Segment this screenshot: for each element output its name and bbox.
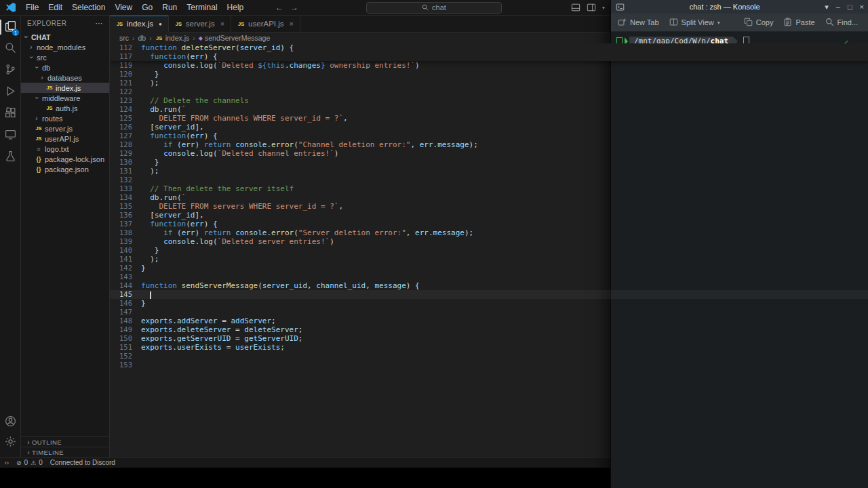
line-number[interactable]: 148 <box>110 317 132 325</box>
panel-outline[interactable]: ›OUTLINE <box>21 436 109 447</box>
code-line-121[interactable]: 121 ); <box>110 79 868 87</box>
konsole-copy-button[interactable]: Copy <box>744 18 774 28</box>
maximize-button[interactable]: □ <box>848 0 852 14</box>
code-line-122[interactable]: 122 <box>110 87 868 96</box>
code-line-126[interactable]: 126 [server_id], <box>110 123 868 131</box>
command-center-search[interactable]: chat <box>366 2 502 14</box>
code-line-144[interactable]: 144function sendServerMessage(server_uid… <box>110 281 868 290</box>
explorer-more-actions-icon[interactable]: ⋯ <box>96 19 104 28</box>
tree-item-logo-txt[interactable]: ≡logo.txt <box>21 144 109 154</box>
minimize-button[interactable]: – <box>836 0 840 14</box>
line-number[interactable]: 144 <box>110 281 132 290</box>
code-line-130[interactable]: 130 } <box>110 158 868 167</box>
line-number[interactable]: 145 <box>110 290 132 299</box>
code-line-131[interactable]: 131 ); <box>110 167 868 176</box>
tree-root[interactable]: ›CHAT <box>21 32 109 42</box>
code-line-152[interactable]: 152 <box>110 352 868 361</box>
activity-source-control[interactable] <box>0 60 20 81</box>
line-number[interactable]: 125 <box>110 114 132 123</box>
line-number[interactable]: 142 <box>110 264 132 272</box>
toggle-panel-icon[interactable] <box>571 3 580 12</box>
close-tab-icon[interactable]: × <box>290 20 294 28</box>
line-number[interactable]: 119 <box>110 61 132 70</box>
chevron-down-button[interactable]: ▾ <box>825 0 829 14</box>
tree-item-node-modules[interactable]: ›node_modules <box>21 42 109 52</box>
tree-item-index-js[interactable]: JSindex.js <box>21 83 109 93</box>
line-number[interactable]: 153 <box>110 361 132 369</box>
konsole-split-view-button[interactable]: Split View▾ <box>669 18 720 28</box>
tab-server-js[interactable]: JSserver.js× <box>169 16 231 32</box>
problems-indicator[interactable]: ⊘ 0 ⚠ 0 <box>16 459 43 466</box>
line-number[interactable]: 130 <box>110 158 132 167</box>
line-number[interactable]: 124 <box>110 105 132 114</box>
history-forward-icon[interactable]: → <box>290 3 298 12</box>
tree-item-userapi-js[interactable]: JSuserAPI.js <box>21 134 109 144</box>
breadcrumb-src[interactable]: src <box>119 34 129 42</box>
tree-item-package-json[interactable]: {}package.json <box>21 164 109 174</box>
tree-item-routes[interactable]: ›routes <box>21 113 109 123</box>
panel-timeline[interactable]: ›TIMELINE <box>21 447 109 457</box>
line-number[interactable]: 117 <box>110 52 132 61</box>
line-number[interactable]: 143 <box>110 272 132 281</box>
line-number[interactable]: 150 <box>110 334 132 343</box>
dropdown-chevron-icon[interactable]: ▾ <box>717 20 720 26</box>
code-line-135[interactable]: 135 DELETE FROM servers WHERE server_id … <box>110 202 868 211</box>
code-line-136[interactable]: 136 [server_id], <box>110 211 868 220</box>
line-number[interactable]: 133 <box>110 184 132 193</box>
tree-item-databases[interactable]: ›databases <box>21 73 109 83</box>
code-line-151[interactable]: 151exports.userExists = userExists; <box>110 343 868 352</box>
menu-terminal[interactable]: Terminal <box>182 0 222 15</box>
code-line-149[interactable]: 149exports.deleteServer = deleteServer; <box>110 325 868 334</box>
code-line-119[interactable]: 119 console.log(`Deleted ${this.changes}… <box>110 61 868 70</box>
code-line-112[interactable]: 112function deleteServer(server_id) { <box>110 43 868 52</box>
line-number[interactable]: 123 <box>110 96 132 105</box>
konsole-find-button[interactable]: Find... <box>825 18 859 28</box>
code-line-140[interactable]: 140 } <box>110 246 868 255</box>
line-number[interactable]: 121 <box>110 79 132 87</box>
code-line-120[interactable]: 120 } <box>110 70 868 79</box>
line-number[interactable]: 136 <box>110 211 132 220</box>
menu-help[interactable]: Help <box>222 0 249 15</box>
line-number[interactable]: 147 <box>110 308 132 317</box>
line-number[interactable]: 141 <box>110 255 132 264</box>
code-line-124[interactable]: 124 db.run(` <box>110 105 868 114</box>
breadcrumb-sendservermessage[interactable]: ◆sendServerMessage <box>199 34 270 42</box>
line-number[interactable]: 122 <box>110 87 132 96</box>
history-back-icon[interactable]: ← <box>275 3 283 12</box>
code-line-148[interactable]: 148exports.addServer = addServer; <box>110 317 868 325</box>
menu-view[interactable]: View <box>110 0 137 15</box>
menu-selection[interactable]: Selection <box>67 0 110 15</box>
tab-userapi-js[interactable]: JSuserAPI.js× <box>231 16 300 32</box>
line-number[interactable]: 140 <box>110 246 132 255</box>
line-number[interactable]: 126 <box>110 123 132 131</box>
line-number[interactable]: 135 <box>110 202 132 211</box>
code-line-134[interactable]: 134 db.run(` <box>110 193 868 202</box>
activity-explorer[interactable]: 1 <box>0 17 20 37</box>
code-line-125[interactable]: 125 DELETE FROM channels WHERE server_id… <box>110 114 868 123</box>
line-number[interactable]: 134 <box>110 193 132 202</box>
line-number[interactable]: 139 <box>110 237 132 246</box>
code-line-145[interactable]: 145 <box>110 290 868 299</box>
menu-go[interactable]: Go <box>137 0 157 15</box>
konsole-new-tab-button[interactable]: New Tab <box>618 18 659 28</box>
code-line-137[interactable]: 137 function(err) { <box>110 220 868 228</box>
menu-file[interactable]: File <box>21 0 43 15</box>
code-line-142[interactable]: 142} <box>110 264 868 272</box>
activity-settings[interactable] <box>0 432 20 453</box>
code-line-133[interactable]: 133 // Then delete the server itself <box>110 184 868 193</box>
line-number[interactable]: 151 <box>110 343 132 352</box>
breadcrumb-db[interactable]: db <box>138 34 146 42</box>
activity-run-debug[interactable] <box>0 82 20 102</box>
code-line-127[interactable]: 127 function(err) { <box>110 131 868 140</box>
line-number[interactable]: 132 <box>110 176 132 184</box>
tree-item-server-js[interactable]: JSserver.js <box>21 123 109 134</box>
menu-run[interactable]: Run <box>157 0 182 15</box>
menu-edit[interactable]: Edit <box>43 0 67 15</box>
code-line-139[interactable]: 139 console.log(`Deleted server entries!… <box>110 237 868 246</box>
code-line-141[interactable]: 141 ); <box>110 255 868 264</box>
layout-dropdown-icon[interactable]: ▾ <box>602 5 605 11</box>
line-number[interactable]: 129 <box>110 149 132 158</box>
tree-item-auth-js[interactable]: JSauth.js <box>21 103 109 113</box>
activity-search[interactable] <box>0 39 20 59</box>
code-line-138[interactable]: 138 if (err) return console.error("Serve… <box>110 228 868 237</box>
